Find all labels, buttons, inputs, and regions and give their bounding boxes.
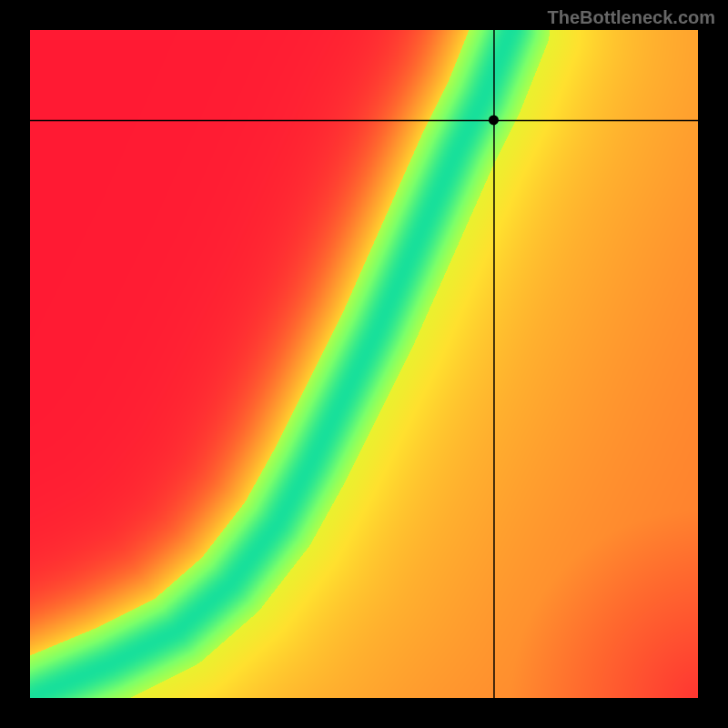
heatmap-canvas xyxy=(30,30,698,698)
watermark-text: TheBottleneck.com xyxy=(548,7,715,28)
heatmap-chart xyxy=(30,30,698,698)
